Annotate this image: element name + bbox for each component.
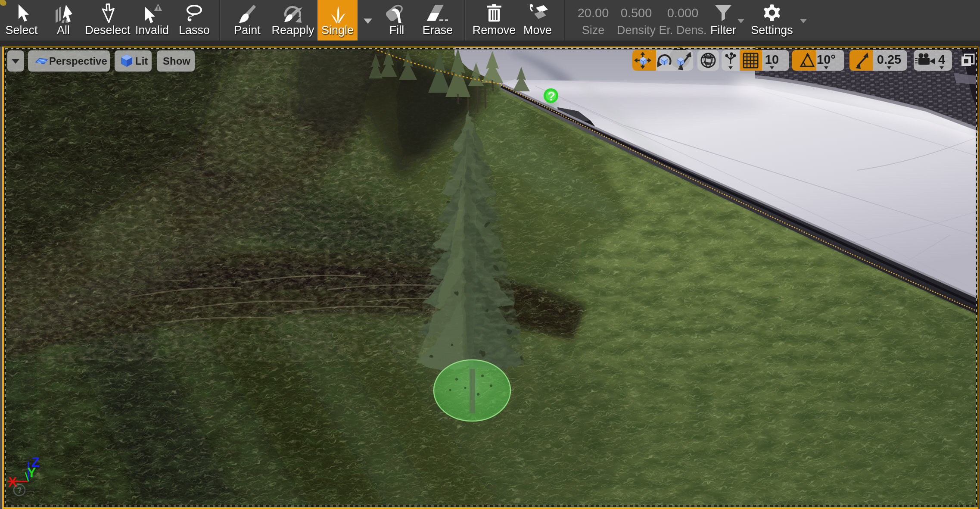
svg-text:4: 4: [938, 53, 945, 66]
svg-text:10: 10: [765, 53, 779, 66]
svg-text:0.25: 0.25: [877, 53, 901, 66]
svg-text:10°: 10°: [817, 53, 836, 66]
